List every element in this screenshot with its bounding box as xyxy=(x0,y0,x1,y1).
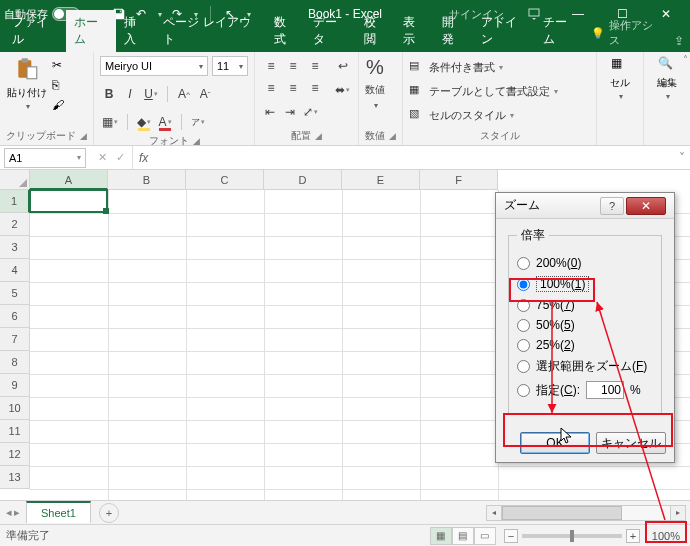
zoom-option-50[interactable]: 50%(5) xyxy=(517,318,653,332)
paste-button[interactable]: 貼り付け ▾ xyxy=(6,56,48,111)
align-top-icon[interactable]: ≡ xyxy=(261,56,281,76)
dialog-launcher-icon[interactable]: ◢ xyxy=(193,136,200,146)
col-header[interactable]: C xyxy=(186,170,264,190)
number-format-button[interactable]: % 数値 ▾ xyxy=(365,56,385,110)
fill-color-icon[interactable]: ◆▾ xyxy=(135,112,153,132)
expand-formula-bar-icon[interactable]: ˅ xyxy=(674,151,690,165)
tab-view[interactable]: 表示 xyxy=(395,10,434,52)
font-size-combo[interactable]: 11▾ xyxy=(212,56,248,76)
wrap-text-icon[interactable]: ↩ xyxy=(333,56,352,76)
dialog-launcher-icon[interactable]: ◢ xyxy=(389,131,396,141)
align-center-icon[interactable]: ≡ xyxy=(283,78,303,98)
editing-button[interactable]: 🔍 編集 ▾ xyxy=(650,56,684,101)
dialog-launcher-icon[interactable]: ◢ xyxy=(80,131,87,141)
col-header[interactable]: E xyxy=(342,170,420,190)
sheet-nav-next-icon[interactable]: ▸ xyxy=(14,506,20,519)
underline-button[interactable]: U▾ xyxy=(142,84,160,104)
tab-developer[interactable]: 開発 xyxy=(434,10,473,52)
font-name-combo[interactable]: Meiryo UI▾ xyxy=(100,56,208,76)
active-cell[interactable] xyxy=(29,189,108,213)
zoom-thumb[interactable] xyxy=(570,530,574,542)
col-header[interactable]: A xyxy=(30,170,108,190)
zoom-readout[interactable]: 100% xyxy=(648,528,684,544)
page-layout-view-icon[interactable]: ▤ xyxy=(452,527,474,545)
format-painter-icon[interactable]: 🖌 xyxy=(52,98,68,114)
cancel-formula-icon[interactable]: ✕ xyxy=(94,151,110,164)
decrease-font-icon[interactable]: Aˇ xyxy=(196,84,214,104)
row-header[interactable]: 13 xyxy=(0,466,30,489)
tab-insert[interactable]: 挿入 xyxy=(116,10,155,52)
border-icon[interactable]: ▦▾ xyxy=(100,112,120,132)
normal-view-icon[interactable]: ▦ xyxy=(430,527,452,545)
dialog-help-icon[interactable]: ? xyxy=(600,197,624,215)
row-header[interactable]: 4 xyxy=(0,259,30,282)
merge-icon[interactable]: ⬌▾ xyxy=(333,80,352,100)
dialog-launcher-icon[interactable]: ◢ xyxy=(315,131,322,141)
row-header[interactable]: 2 xyxy=(0,213,30,236)
row-header[interactable]: 3 xyxy=(0,236,30,259)
scroll-right-icon[interactable]: ▸ xyxy=(670,505,686,521)
row-header[interactable]: 7 xyxy=(0,328,30,351)
name-box[interactable]: A1▾ xyxy=(4,148,86,168)
cell-styles-button[interactable]: ▧セルのスタイル▾ xyxy=(409,104,558,126)
scroll-thumb[interactable] xyxy=(502,506,622,520)
increase-font-icon[interactable]: A^ xyxy=(175,84,193,104)
col-header[interactable]: F xyxy=(420,170,498,190)
dialog-close-icon[interactable]: ✕ xyxy=(626,197,666,215)
conditional-formatting-button[interactable]: ▤条件付き書式▾ xyxy=(409,56,558,78)
col-header[interactable]: B xyxy=(108,170,186,190)
align-bottom-icon[interactable]: ≡ xyxy=(305,56,325,76)
zoom-option-fit[interactable]: 選択範囲をズーム(F) xyxy=(517,358,653,375)
dialog-cancel-button[interactable]: キャンセル xyxy=(596,432,666,454)
select-all-corner[interactable] xyxy=(0,170,30,190)
copy-icon[interactable]: ⎘ xyxy=(52,78,68,94)
scroll-left-icon[interactable]: ◂ xyxy=(486,505,502,521)
confirm-formula-icon[interactable]: ✓ xyxy=(112,151,128,164)
collapse-ribbon-icon[interactable]: ˄ xyxy=(683,54,688,65)
zoom-option-100[interactable]: 100%(1) xyxy=(517,276,653,292)
tell-me[interactable]: 💡操作アシス xyxy=(585,18,667,52)
zoom-option-25[interactable]: 25%(2) xyxy=(517,338,653,352)
tab-review[interactable]: 校閲 xyxy=(356,10,395,52)
format-as-table-button[interactable]: ▦テーブルとして書式設定▾ xyxy=(409,80,558,102)
horizontal-scrollbar[interactable]: ◂ ▸ xyxy=(486,505,686,521)
tab-data[interactable]: データ xyxy=(305,10,355,52)
sheet-nav-prev-icon[interactable]: ◂ xyxy=(6,506,12,519)
increase-indent-icon[interactable]: ⇥ xyxy=(281,102,299,122)
phonetic-icon[interactable]: ア▾ xyxy=(189,112,207,132)
zoom-option-custom[interactable]: 指定(C): % xyxy=(517,381,653,399)
add-sheet-button[interactable]: + xyxy=(99,503,119,523)
zoom-in-icon[interactable]: + xyxy=(626,529,640,543)
zoom-option-200[interactable]: 200%(0) xyxy=(517,256,653,270)
align-left-icon[interactable]: ≡ xyxy=(261,78,281,98)
tab-addins[interactable]: アドイン xyxy=(473,10,535,52)
row-header[interactable]: 12 xyxy=(0,443,30,466)
col-header[interactable]: D xyxy=(264,170,342,190)
cut-icon[interactable]: ✂ xyxy=(52,58,68,74)
italic-button[interactable]: I xyxy=(121,84,139,104)
tab-formulas[interactable]: 数式 xyxy=(266,10,305,52)
page-break-view-icon[interactable]: ▭ xyxy=(474,527,496,545)
orientation-icon[interactable]: ⤢▾ xyxy=(301,102,320,122)
sheet-tab[interactable]: Sheet1 xyxy=(26,501,91,523)
row-header[interactable]: 8 xyxy=(0,351,30,374)
row-header[interactable]: 9 xyxy=(0,374,30,397)
zoom-option-75[interactable]: 75%(7) xyxy=(517,298,653,312)
row-header[interactable]: 10 xyxy=(0,397,30,420)
row-header[interactable]: 1 xyxy=(0,190,30,213)
zoom-slider[interactable]: − + xyxy=(504,529,640,543)
tab-page-layout[interactable]: ページ レイアウト xyxy=(155,10,266,52)
dialog-ok-button[interactable]: OK xyxy=(520,432,590,454)
row-header[interactable]: 6 xyxy=(0,305,30,328)
formula-input[interactable] xyxy=(154,148,674,168)
row-header[interactable]: 11 xyxy=(0,420,30,443)
zoom-custom-input[interactable] xyxy=(586,381,624,399)
align-right-icon[interactable]: ≡ xyxy=(305,78,325,98)
fx-icon[interactable]: fx xyxy=(133,151,154,165)
row-header[interactable]: 5 xyxy=(0,282,30,305)
align-middle-icon[interactable]: ≡ xyxy=(283,56,303,76)
bold-button[interactable]: B xyxy=(100,84,118,104)
decrease-indent-icon[interactable]: ⇤ xyxy=(261,102,279,122)
tab-team[interactable]: チーム xyxy=(535,10,585,52)
dialog-titlebar[interactable]: ズーム ? ✕ xyxy=(496,193,674,219)
